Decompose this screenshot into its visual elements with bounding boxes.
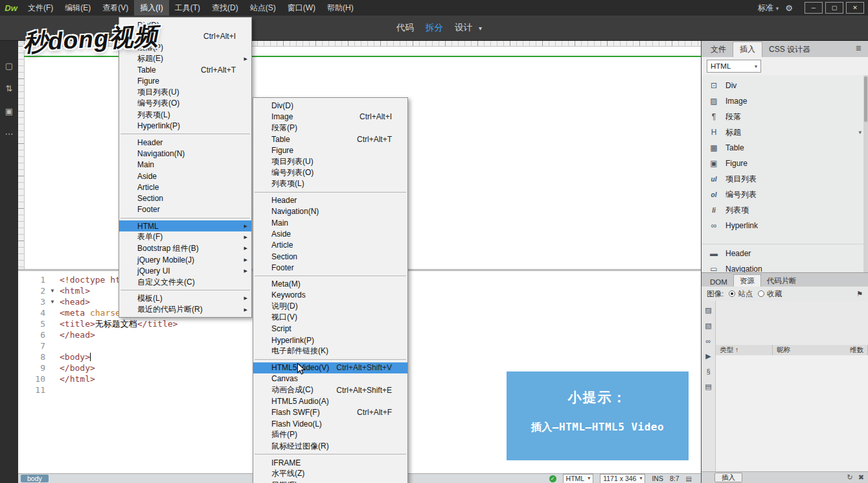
menu-item[interactable]: 最近的代码片断(R)▶ bbox=[119, 304, 251, 315]
maximize-button[interactable]: ▢ bbox=[825, 2, 843, 14]
menu-item[interactable]: 段落(P) bbox=[253, 123, 407, 134]
tag-selector-body[interactable]: body bbox=[21, 475, 49, 482]
assets-insert-button[interactable]: 插入 bbox=[714, 473, 742, 482]
menu-item[interactable]: TableCtrl+Alt+T bbox=[253, 134, 407, 145]
menu-item[interactable]: 列表项(L) bbox=[253, 178, 407, 189]
menu-item[interactable]: Canvas bbox=[253, 373, 407, 384]
expand-arrow-icon[interactable]: ▾ bbox=[858, 129, 862, 135]
menu-item[interactable]: 水平线(Z) bbox=[253, 468, 407, 479]
menu-item[interactable]: jQuery UI▶ bbox=[119, 265, 251, 276]
menu-item[interactable]: Main bbox=[119, 159, 251, 171]
insert-item[interactable]: ol 编号列表 ▾ bbox=[702, 187, 868, 202]
menu-item[interactable]: 项目列表(U) bbox=[253, 156, 407, 167]
menu-item[interactable]: Section bbox=[119, 193, 251, 204]
menu-item[interactable]: Section bbox=[253, 251, 407, 262]
insert-item[interactable]: ▨ Image ▾ bbox=[702, 93, 868, 109]
insert-item[interactable]: ∞ Hyperlink ▾ bbox=[702, 218, 868, 233]
menu-item[interactable]: Aside bbox=[119, 171, 251, 182]
scrollbar-thumb[interactable] bbox=[864, 77, 867, 122]
menu-item[interactable]: 插件(P) bbox=[253, 429, 407, 440]
menu-item[interactable]: Header bbox=[253, 194, 407, 206]
menubar-item[interactable]: 编辑(E) bbox=[59, 0, 97, 16]
menu-item[interactable]: 标题(E)▶ bbox=[119, 53, 251, 64]
live-view-icon[interactable]: ▣ bbox=[5, 106, 13, 116]
menubar-item[interactable]: 文件(F) bbox=[22, 0, 59, 16]
insert-category-dropdown[interactable]: HTML▾ bbox=[707, 60, 761, 73]
insert-item[interactable]: ⊡ Div ▾ bbox=[702, 78, 868, 93]
menu-item[interactable]: Figure bbox=[253, 145, 407, 156]
urls-icon[interactable]: ∞ bbox=[706, 337, 711, 345]
panel-tab[interactable]: CSS 设计器 bbox=[762, 42, 817, 57]
menu-item[interactable]: 表单(F)▶ bbox=[119, 231, 251, 242]
view-mode-tab[interactable]: 设计 bbox=[455, 22, 482, 34]
menu-item[interactable]: Navigation(N) bbox=[253, 206, 407, 217]
menu-item[interactable]: 动画合成(C)Ctrl+Alt+Shift+E bbox=[253, 384, 407, 395]
delete-icon[interactable]: ✖ bbox=[858, 473, 864, 482]
insert-item[interactable]: ▦ Table ▾ bbox=[702, 140, 868, 156]
doctype-dropdown[interactable]: HTML▾ bbox=[563, 474, 594, 483]
panel-tab[interactable]: 文件 bbox=[704, 42, 733, 57]
insert-item[interactable]: ▬ Header ▾ bbox=[702, 246, 868, 261]
library-icon[interactable]: ▤ bbox=[705, 383, 711, 391]
menu-item[interactable]: TableCtrl+Alt+T bbox=[119, 64, 251, 75]
menubar-item[interactable]: 查看(V) bbox=[97, 0, 134, 16]
menu-item[interactable]: Script bbox=[253, 324, 407, 335]
menu-item[interactable]: 编号列表(O) bbox=[253, 167, 407, 178]
media-icon[interactable]: ▶ bbox=[705, 352, 711, 360]
menu-item[interactable]: Aside bbox=[253, 228, 407, 239]
menu-item[interactable]: 模板(L)▶ bbox=[119, 293, 251, 304]
menubar-item[interactable]: 窗口(W) bbox=[282, 0, 321, 16]
menu-item[interactable]: 自定义文件夹(C) bbox=[119, 277, 251, 288]
minimize-button[interactable]: ─ bbox=[805, 2, 823, 14]
window-size-dropdown[interactable]: 1171 x 346▾ bbox=[600, 474, 645, 483]
panel-menu-icon[interactable]: ≣ bbox=[856, 44, 867, 55]
site-radio[interactable]: 站点 bbox=[729, 289, 753, 299]
dom-panel-tab[interactable]: DOM bbox=[704, 277, 733, 287]
menubar-item[interactable]: 工具(T) bbox=[169, 0, 206, 16]
more-icon[interactable]: ⋯ bbox=[5, 129, 14, 139]
menu-item[interactable]: Navigation(N) bbox=[119, 148, 251, 159]
code-fold-icon[interactable]: ▼ bbox=[45, 296, 60, 307]
menubar-item[interactable]: 帮助(H) bbox=[321, 0, 360, 16]
menu-item[interactable]: HTML▶ bbox=[119, 220, 251, 231]
insert-item[interactable]: ¶ 段落 ▾ bbox=[702, 109, 868, 124]
workspace-switcher[interactable]: 标准▾ bbox=[758, 3, 779, 14]
menubar-item[interactable]: 站点(S) bbox=[244, 0, 282, 16]
close-button[interactable]: ✕ bbox=[846, 2, 864, 14]
menu-item[interactable]: 电子邮件链接(K) bbox=[253, 346, 407, 357]
menu-item[interactable]: HTML5 Video(V)Ctrl+Alt+Shift+V bbox=[253, 362, 407, 373]
menu-item[interactable]: 说明(D) bbox=[253, 301, 407, 312]
menu-item[interactable]: jQuery Mobile(J)▶ bbox=[119, 254, 251, 265]
menu-item[interactable]: Hyperlink(P) bbox=[119, 121, 251, 132]
menu-item[interactable]: Header bbox=[119, 137, 251, 148]
dom-panel-tab[interactable]: 资源 bbox=[733, 274, 761, 287]
insert-item[interactable]: li 列表项 ▾ bbox=[702, 202, 868, 218]
menu-item[interactable]: Main bbox=[253, 217, 407, 228]
menu-item[interactable]: Article bbox=[253, 240, 407, 251]
menubar-item[interactable]: 查找(D) bbox=[206, 0, 244, 16]
scripts-icon[interactable]: § bbox=[706, 368, 710, 375]
column-header[interactable]: 昵称 bbox=[773, 345, 846, 355]
view-mode-tab[interactable]: 代码 bbox=[396, 22, 414, 34]
menu-item[interactable]: Article bbox=[119, 182, 251, 193]
menu-item[interactable]: 列表项(L) bbox=[119, 109, 251, 120]
view-mode-tab[interactable]: 拆分 bbox=[426, 22, 443, 34]
images-icon[interactable]: ▨ bbox=[705, 306, 711, 314]
menubar-item[interactable]: 插入(I) bbox=[134, 0, 168, 16]
menu-item[interactable]: 鼠标经过图像(R) bbox=[253, 441, 407, 452]
menu-item[interactable]: 编号列表(O) bbox=[119, 98, 251, 109]
menu-item[interactable]: 日期(E) bbox=[253, 480, 407, 483]
menu-item[interactable]: Keywords bbox=[253, 290, 407, 301]
gear-icon[interactable]: ⚙ bbox=[785, 3, 793, 13]
favorites-radio[interactable]: 收藏 bbox=[758, 289, 782, 299]
column-header[interactable]: 类型 ↑ bbox=[716, 345, 773, 355]
menu-item[interactable]: Footer bbox=[119, 204, 251, 215]
menu-item[interactable]: 视口(V) bbox=[253, 312, 407, 323]
menu-item[interactable]: IFRAME bbox=[253, 457, 407, 468]
document-icon[interactable]: ▢ bbox=[5, 61, 13, 71]
bookmark-icon[interactable]: ⚑ bbox=[856, 290, 863, 298]
insert-item[interactable]: ▣ Figure ▾ bbox=[702, 156, 868, 171]
menu-item[interactable]: Flash SWF(F)Ctrl+Alt+F bbox=[253, 407, 407, 418]
panel-tab[interactable]: 插入 bbox=[733, 41, 762, 57]
menu-item[interactable]: Div(D) bbox=[253, 100, 407, 111]
